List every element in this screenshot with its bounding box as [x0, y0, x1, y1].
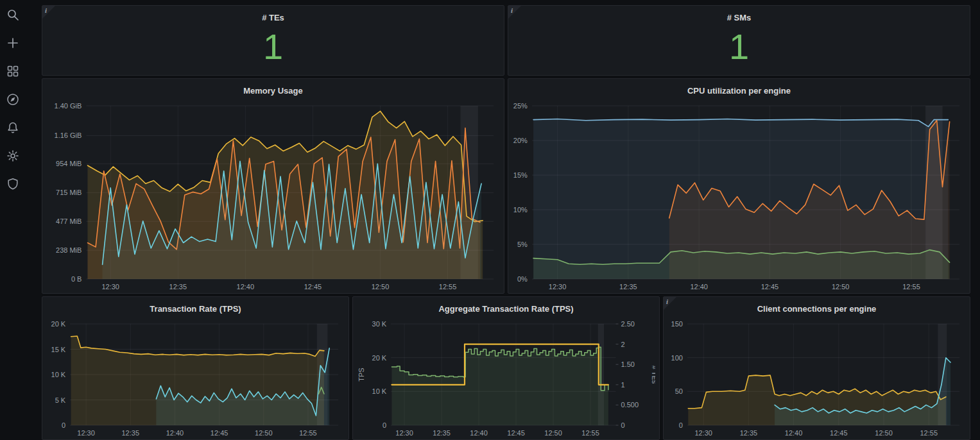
grafana-dashboard: i # TEs 1 i # SMs 1 Memory Usage 0 B238 … [0, 0, 980, 440]
svg-text:12:40: 12:40 [237, 283, 255, 291]
search-icon[interactable] [4, 5, 22, 24]
svg-text:15%: 15% [513, 171, 528, 179]
stat-value: 1 [42, 25, 504, 75]
svg-text:12:55: 12:55 [920, 429, 938, 437]
svg-text:10 K: 10 K [51, 371, 66, 378]
svg-text:12:55: 12:55 [299, 429, 317, 437]
plus-icon[interactable] [4, 33, 22, 53]
svg-text:12:40: 12:40 [166, 429, 184, 437]
svg-text:12:30: 12:30 [395, 429, 413, 437]
svg-text:238 MiB: 238 MiB [56, 246, 82, 254]
svg-text:12:30: 12:30 [694, 429, 712, 437]
svg-text:30 K: 30 K [372, 320, 387, 328]
svg-text:12:55: 12:55 [581, 429, 599, 437]
panel-title[interactable]: Transaction Rate (TPS) [42, 297, 348, 316]
svg-text:20%: 20% [513, 137, 528, 144]
explore-compass-icon[interactable] [4, 90, 22, 109]
panel-title[interactable]: CPU utilization per engine [508, 79, 970, 98]
bottom-row: Transaction Rate (TPS) 05 K10 K15 K20 K1… [42, 296, 970, 440]
svg-text:15 K: 15 K [51, 346, 66, 353]
svg-text:50: 50 [675, 387, 683, 395]
svg-text:5%: 5% [517, 241, 528, 248]
panel-info-icon[interactable]: i [42, 6, 55, 19]
cpu-utilization-chart[interactable]: 0%5%10%15%20%25%12:3012:3512:4012:4512:5… [512, 99, 966, 293]
stat-row: i # TEs 1 i # SMs 1 [42, 5, 970, 76]
svg-text:12:35: 12:35 [169, 283, 187, 291]
svg-text:0: 0 [62, 421, 65, 429]
svg-text:5 K: 5 K [55, 396, 66, 404]
svg-text:1: 1 [621, 381, 625, 389]
panel-title[interactable]: Client connections per engine [664, 297, 970, 316]
panel-client-connections: i Client connections per engine 05010015… [663, 296, 970, 440]
svg-text:12:45: 12:45 [304, 283, 322, 291]
svg-text:12:45: 12:45 [211, 429, 228, 437]
panel-title[interactable]: Aggregate Transaction Rate (TPS) [353, 297, 659, 316]
svg-text:2: 2 [621, 341, 625, 348]
svg-text:TPS: TPS [357, 368, 365, 381]
svg-text:12:50: 12:50 [544, 429, 562, 437]
svg-text:0: 0 [383, 421, 386, 429]
svg-text:100: 100 [671, 354, 683, 362]
panel-title[interactable]: # TEs [42, 6, 504, 25]
svg-text:# TEs: # TEs [651, 366, 655, 384]
svg-text:10 K: 10 K [372, 387, 387, 395]
transaction-rate-chart[interactable]: 05 K10 K15 K20 K12:3012:3512:4012:4512:5… [46, 317, 345, 439]
panel-info-icon[interactable]: i [508, 6, 521, 19]
panel-memory-usage: Memory Usage 0 B238 MiB477 MiB715 MiB954… [42, 78, 504, 294]
svg-text:150: 150 [671, 320, 683, 328]
memory-usage-chart[interactable]: 0 B238 MiB477 MiB715 MiB954 MiB1.16 GiB1… [46, 99, 500, 293]
svg-text:1.40 GiB: 1.40 GiB [55, 102, 82, 110]
stat-value: 1 [508, 25, 970, 75]
svg-text:20 K: 20 K [51, 320, 66, 328]
aggregate-transaction-rate-chart[interactable]: 010 K20 K30 K12:3012:3512:4012:4512:5012… [357, 317, 655, 439]
svg-text:12:55: 12:55 [439, 283, 457, 291]
svg-text:12:50: 12:50 [832, 283, 850, 291]
svg-text:715 MiB: 715 MiB [56, 189, 82, 196]
client-connections-chart[interactable]: 05010015012:3012:3512:4012:4512:5012:55 [667, 317, 966, 439]
panel-title[interactable]: # SMs [508, 6, 970, 25]
dashboard-panels: i # TEs 1 i # SMs 1 Memory Usage 0 B238 … [26, 0, 980, 440]
svg-text:0: 0 [621, 421, 625, 429]
svg-text:12:45: 12:45 [830, 429, 848, 437]
svg-text:12:30: 12:30 [549, 283, 567, 291]
svg-text:12:50: 12:50 [875, 429, 893, 437]
svg-text:0: 0 [679, 421, 683, 429]
svg-text:12:35: 12:35 [122, 429, 140, 437]
panel-cpu-utilization: CPU utilization per engine 0%5%10%15%20%… [508, 78, 970, 294]
svg-text:10%: 10% [513, 206, 528, 214]
admin-shield-icon[interactable] [4, 174, 22, 194]
sidebar [0, 0, 26, 440]
middle-row: Memory Usage 0 B238 MiB477 MiB715 MiB954… [42, 78, 970, 294]
panel-info-icon[interactable]: i [664, 297, 676, 310]
panel-transaction-rate: Transaction Rate (TPS) 05 K10 K15 K20 K1… [42, 296, 349, 440]
svg-text:0%: 0% [517, 275, 528, 283]
svg-text:12:35: 12:35 [740, 429, 758, 437]
panel-num-sms: i # SMs 1 [508, 5, 970, 76]
dashboards-icon[interactable] [4, 62, 22, 81]
svg-text:12:40: 12:40 [470, 429, 488, 437]
svg-text:20 K: 20 K [372, 354, 387, 362]
svg-text:12:50: 12:50 [372, 283, 390, 291]
svg-text:12:45: 12:45 [761, 283, 779, 291]
svg-text:12:30: 12:30 [77, 429, 95, 437]
svg-text:477 MiB: 477 MiB [56, 217, 82, 225]
svg-text:12:45: 12:45 [507, 429, 525, 437]
panel-aggregate-transaction-rate: Aggregate Transaction Rate (TPS) 010 K20… [352, 296, 660, 440]
svg-text:12:35: 12:35 [433, 429, 451, 437]
svg-text:1.50: 1.50 [621, 360, 635, 368]
svg-text:12:50: 12:50 [255, 429, 273, 437]
svg-text:12:40: 12:40 [690, 283, 708, 291]
svg-text:12:55: 12:55 [902, 283, 920, 291]
svg-text:0 B: 0 B [71, 275, 82, 283]
alerting-bell-icon[interactable] [4, 118, 22, 137]
svg-text:0.500: 0.500 [621, 401, 639, 409]
svg-text:12:40: 12:40 [785, 429, 803, 437]
svg-text:25%: 25% [513, 102, 528, 110]
svg-text:954 MiB: 954 MiB [56, 160, 82, 167]
svg-text:12:35: 12:35 [619, 283, 637, 291]
svg-text:2.50: 2.50 [621, 320, 635, 328]
svg-text:12:30: 12:30 [101, 283, 119, 291]
panel-title[interactable]: Memory Usage [42, 79, 504, 98]
settings-gear-icon[interactable] [4, 146, 22, 165]
panel-num-tes: i # TEs 1 [42, 5, 504, 76]
